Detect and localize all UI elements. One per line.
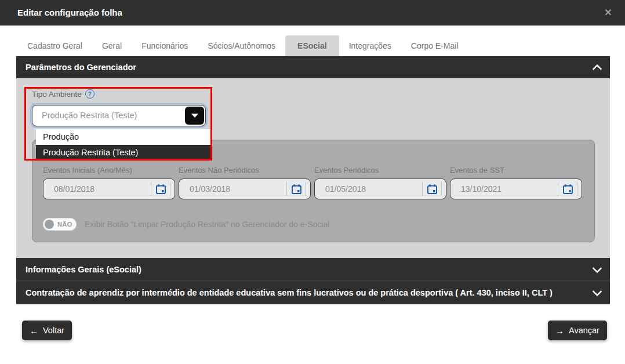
tab-esocial[interactable]: ESocial [285, 35, 339, 56]
date-input-eventos-iniciais[interactable]: 08/01/2018 [43, 179, 175, 199]
tab-integracoes[interactable]: Integrações [339, 35, 401, 56]
tipo-ambiente-options: Produção Produção Restrita (Teste) [36, 129, 210, 161]
limpar-producao-toggle-row: NÃO Exibir Botão "Limpar Produção Restri… [43, 218, 329, 231]
back-button-label: Voltar [43, 326, 64, 335]
tab-corpo-email[interactable]: Corpo E-Mail [401, 35, 468, 56]
select-caret-button[interactable] [185, 107, 204, 125]
calendar-icon[interactable] [151, 182, 170, 196]
toggle-knob [45, 220, 54, 229]
toggle-description: Exibir Botão "Limpar Produção Restrita" … [85, 220, 329, 229]
date-value: 08/01/2018 [54, 179, 95, 199]
date-field-label: Eventos Não Periódicos [179, 166, 311, 174]
date-field-label: Eventos Iniciais (Ano/Mês) [43, 166, 175, 174]
next-button-label: Avançar [569, 326, 599, 335]
accordion-informacoes-gerais[interactable]: Informações Gerais (eSocial) [16, 258, 610, 281]
tipo-ambiente-label: Tipo Ambiente [32, 90, 82, 99]
date-value: 13/10/2021 [461, 179, 502, 199]
tipo-ambiente-select[interactable]: Produção Restrita (Teste) [32, 105, 206, 126]
accordion-title: Contratação de aprendiz por intermédio d… [26, 288, 553, 297]
section-parametros-gerenciador[interactable]: Parâmetros do Gerenciador [16, 56, 610, 78]
toggle-state-label: NÃO [57, 218, 72, 231]
date-field: Eventos Iniciais (Ano/Mês) 08/01/2018 [43, 166, 175, 199]
dialog-titlebar: Editar configuração folha × [0, 0, 625, 26]
date-value: 01/03/2018 [190, 179, 230, 199]
tipo-ambiente-label-row: Tipo Ambiente ? [32, 89, 95, 99]
date-value: 01/05/2018 [325, 179, 366, 199]
calendar-icon[interactable] [558, 182, 577, 196]
caret-down-icon [191, 114, 198, 118]
arrow-right-icon: → [555, 326, 564, 336]
help-icon[interactable]: ? [85, 89, 95, 99]
tab-socios-autonomos[interactable]: Sócios/Autônomos [198, 35, 285, 56]
chevron-down-icon[interactable] [593, 263, 602, 273]
option-producao-restrita[interactable]: Produção Restrita (Teste) [36, 145, 210, 161]
close-icon[interactable]: × [599, 0, 617, 26]
tab-cadastro-geral[interactable]: Cadastro Geral [17, 35, 92, 56]
date-field: Eventos Periódicos 01/05/2018 [314, 166, 446, 199]
date-input-eventos-sst[interactable]: 13/10/2021 [450, 179, 582, 199]
calendar-icon[interactable] [422, 182, 442, 196]
date-field: Eventos Não Periódicos 01/03/2018 [179, 166, 311, 199]
date-field-label: Eventos Periódicos [314, 166, 446, 174]
option-producao[interactable]: Produção [36, 129, 210, 145]
date-input-eventos-nao-periodicos[interactable]: 01/03/2018 [179, 179, 311, 199]
dialog-title: Editar configuração folha [17, 0, 122, 26]
esocial-tab-content: Tipo Ambiente ? Produção Restrita (Teste… [16, 78, 610, 258]
tab-funcionarios[interactable]: Funcionários [132, 35, 198, 56]
tipo-ambiente-selected-value: Produção Restrita (Teste) [42, 105, 137, 126]
limpar-producao-toggle[interactable]: NÃO [43, 218, 77, 231]
chevron-up-icon[interactable] [593, 64, 602, 74]
chevron-down-icon[interactable] [593, 287, 602, 297]
arrow-left-icon: ← [30, 326, 38, 336]
date-field-label: Eventos de SST [450, 166, 582, 174]
back-button[interactable]: ← Voltar [22, 321, 72, 340]
config-tabs: Cadastro Geral Geral Funcionários Sócios… [17, 35, 468, 56]
date-fields-row: Eventos Iniciais (Ano/Mês) 08/01/2018 Ev… [43, 166, 582, 199]
accordion-contratacao-aprendiz[interactable]: Contratação de aprendiz por intermédio d… [16, 281, 610, 304]
tab-geral[interactable]: Geral [92, 35, 132, 56]
accordion-title: Informações Gerais (eSocial) [26, 265, 141, 274]
next-button[interactable]: → Avançar [548, 321, 607, 340]
date-field: Eventos de SST 13/10/2021 [450, 166, 582, 199]
section-title: Parâmetros do Gerenciador [26, 63, 136, 72]
calendar-icon[interactable] [286, 182, 306, 196]
date-input-eventos-periodicos[interactable]: 01/05/2018 [314, 179, 446, 199]
